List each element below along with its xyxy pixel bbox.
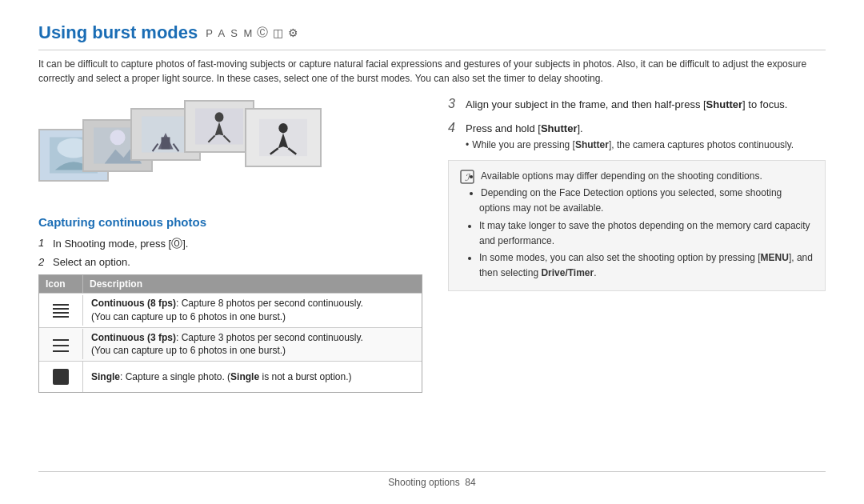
step-4-text: Press and hold [Shutter]. [466,121,794,137]
step-4: 4 Press and hold [Shutter]. • While you … [448,121,826,151]
table-row: Continuous (8 fps): Capture 8 photos per… [39,293,422,327]
info-item: In some modes, you can also set the shoo… [479,250,814,281]
title-row: Using burst modes P A S M Ⓒ ◫ ⚙ [38,22,826,50]
table-row: Single: Capture a single photo. (Single … [39,361,422,392]
svg-point-13 [278,123,287,134]
single-icon [39,362,83,392]
single-desc: Single: Capture a single photo. (Single … [83,367,422,387]
modes-label: P A S M Ⓒ ◫ ⚙ [206,26,300,40]
svg-point-9 [215,112,224,122]
info-item: Depending on the Face Detection options … [479,186,814,216]
step-3-num: 3 [448,97,459,111]
intro-paragraph: It can be difficult to capture photos of… [38,57,826,86]
info-box: ℐ Available options may differ depending… [448,160,826,291]
single-label: Single [91,371,120,382]
step-2: 2 Select an option. [38,256,422,268]
step-3: 3 Align your subject in the frame, and t… [448,97,826,113]
step-1-num: 1 [38,237,48,251]
step-4-content: Press and hold [Shutter]. • While you ar… [466,121,794,151]
step-3-text: Align your subject in the frame, and the… [466,97,787,113]
col-icon-header: Icon [39,275,83,293]
footer-text: Shooting options [388,477,459,488]
step-2-text: Select an option. [53,256,130,268]
info-item: Available options may differ depending o… [479,169,814,184]
single-label-2: Single [230,371,259,382]
continuous-high-desc: Continuous (8 fps): Capture 8 photos per… [83,294,422,327]
svg-rect-5 [162,137,170,149]
left-column: Capturing continuous photos 1 In Shootin… [38,97,422,462]
continuous-low-icon [39,329,83,359]
step-1-text: In Shooting mode, press [Ⓞ]. [53,237,188,251]
footer-page: 84 [465,477,475,488]
modes-text: P A S M [206,27,254,39]
step-1: 1 In Shooting mode, press [Ⓞ]. [38,237,422,251]
step-2-num: 2 [38,256,48,268]
info-item: It may take longer to save the photos de… [479,218,814,249]
main-content: Capturing continuous photos 1 In Shootin… [38,97,826,462]
grid-icon: ◫ [273,26,285,39]
page: Using burst modes P A S M Ⓒ ◫ ⚙ It can b… [0,0,864,504]
table-header: Icon Description [39,275,422,293]
wrench-icon: ⚙ [288,26,300,39]
svg-rect-23 [53,369,69,385]
table-row: Continuous (3 fps): Capture 3 photos per… [39,327,422,362]
options-table: Icon Description Co [38,274,422,393]
footer: Shooting options 84 [38,471,826,488]
bullet-dot: • [466,139,469,150]
section-title: Capturing continuous photos [38,215,422,229]
continuous-high-icon [39,295,83,326]
step-4-bullet-text: While you are pressing [Shutter], the ca… [472,139,794,150]
step-4-bullet: • While you are pressing [Shutter], the … [466,139,794,150]
col-desc-header: Description [83,275,422,293]
step-4-num: 4 [448,121,459,135]
continuous-low-desc: Continuous (3 fps): Capture 3 photos per… [83,328,422,362]
photos-strip [38,97,422,201]
page-title: Using burst modes [38,22,198,43]
svg-point-3 [110,130,125,145]
continuous-high-label: Continuous (8 fps) [91,298,176,309]
continuous-low-label: Continuous (3 fps) [91,332,176,343]
scene-icon: Ⓒ [257,26,270,40]
info-list: Available options may differ depending o… [479,169,814,281]
right-column: 3 Align your subject in the frame, and t… [448,97,826,462]
